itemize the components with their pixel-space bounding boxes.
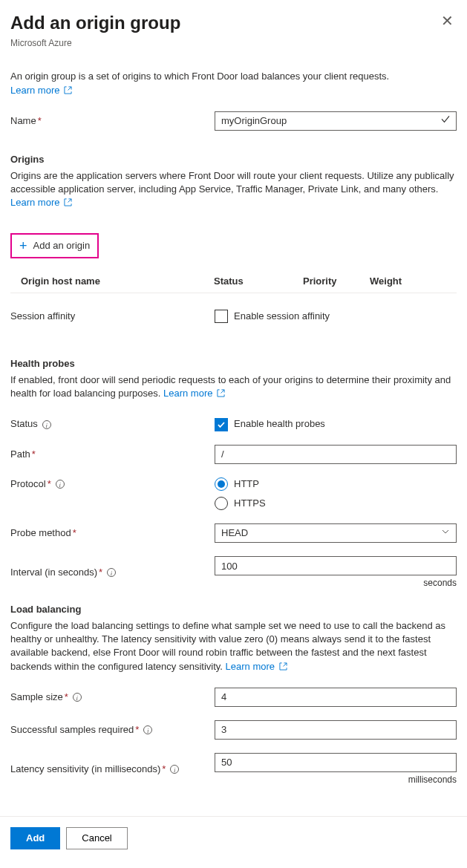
hp-method-label: Probe method — [10, 526, 71, 540]
origins-table: Origin host name Status Priority Weight — [10, 269, 457, 293]
radio-label: HTTP — [234, 477, 259, 491]
hp-path-input[interactable] — [215, 445, 457, 464]
health-probes-learn-more-link[interactable]: Learn more — [163, 388, 225, 399]
external-link-icon — [64, 85, 72, 98]
hp-status-checkbox-wrapper[interactable]: Enable health probes — [215, 417, 325, 431]
radio-icon — [215, 497, 228, 510]
health-probes-heading: Health probes — [10, 357, 457, 371]
hp-protocol-label: Protocol — [10, 477, 46, 491]
radio-label: HTTPS — [234, 497, 266, 510]
info-icon[interactable] — [170, 765, 179, 774]
hp-protocol-https-radio[interactable]: HTTPS — [215, 497, 457, 510]
hp-interval-label: Interval (in seconds) — [10, 566, 97, 579]
info-icon[interactable] — [73, 693, 82, 702]
required-star: * — [48, 477, 51, 491]
link-text: Learn more — [10, 85, 59, 96]
lb-sample-label: Sample size — [10, 691, 63, 704]
link-text: Learn more — [163, 388, 212, 399]
origins-learn-more-link[interactable]: Learn more — [10, 197, 72, 208]
select-value: HEAD — [221, 526, 248, 540]
lb-latency-label: Latency sensitivity (in milliseconds) — [10, 763, 160, 776]
link-text: Learn more — [10, 197, 59, 208]
hp-interval-unit: seconds — [215, 577, 457, 590]
panel-subtitle: Microsoft Azure — [10, 37, 180, 50]
add-button[interactable]: Add — [10, 827, 60, 849]
cancel-button[interactable]: Cancel — [66, 827, 127, 849]
hp-status-checkbox-label: Enable health probes — [234, 417, 325, 431]
close-icon[interactable]: ✕ — [438, 10, 457, 31]
required-star: * — [32, 448, 36, 461]
required-star: * — [135, 723, 139, 737]
col-status: Status — [214, 275, 303, 288]
col-weight: Weight — [370, 275, 457, 288]
required-star: * — [65, 691, 68, 704]
panel-title: Add an origin group — [10, 10, 180, 36]
required-star: * — [99, 566, 102, 579]
required-star: * — [73, 526, 76, 540]
add-origin-label: Add an origin — [33, 240, 91, 251]
col-origin-host-name: Origin host name — [21, 275, 214, 288]
hp-status-label: Status — [10, 417, 38, 431]
session-affinity-checkbox-label: Enable session affinity — [234, 310, 330, 323]
load-balancing-heading: Load balancing — [10, 603, 457, 616]
info-icon[interactable] — [42, 420, 51, 429]
radio-icon — [215, 477, 228, 491]
hp-protocol-http-radio[interactable]: HTTP — [215, 477, 457, 491]
lb-latency-input[interactable] — [215, 753, 457, 772]
name-label: Name — [10, 114, 36, 128]
required-star: * — [38, 114, 42, 128]
plus-icon: + — [19, 239, 27, 252]
info-icon[interactable] — [56, 480, 65, 489]
external-link-icon — [217, 388, 225, 401]
lb-success-label: Successful samples required — [10, 723, 134, 737]
link-text: Learn more — [226, 661, 275, 672]
lb-latency-unit: milliseconds — [215, 774, 457, 786]
info-icon[interactable] — [143, 725, 152, 734]
hp-method-select[interactable]: HEAD — [215, 523, 457, 543]
add-origin-button[interactable]: + Add an origin — [10, 233, 99, 258]
session-affinity-checkbox[interactable] — [215, 310, 228, 323]
intro-text: An origin group is a set of origins to w… — [10, 71, 389, 82]
chevron-down-icon — [441, 527, 450, 539]
name-input[interactable] — [215, 111, 457, 131]
hp-status-checkbox[interactable] — [215, 418, 228, 431]
origins-heading: Origins — [10, 153, 457, 166]
load-balancing-learn-more-link[interactable]: Learn more — [226, 661, 287, 672]
lb-success-input[interactable] — [215, 720, 457, 740]
hp-interval-input[interactable] — [215, 556, 457, 575]
origins-desc: Origins are the application servers wher… — [10, 170, 454, 195]
health-probes-desc: If enabled, front door will send periodi… — [10, 374, 451, 399]
session-affinity-label: Session affinity — [10, 310, 75, 322]
col-priority: Priority — [303, 275, 370, 288]
external-link-icon — [279, 661, 287, 674]
session-affinity-checkbox-wrapper[interactable]: Enable session affinity — [215, 310, 330, 323]
intro-learn-more-link[interactable]: Learn more — [10, 85, 72, 96]
required-star: * — [162, 763, 166, 776]
info-icon[interactable] — [107, 568, 116, 577]
external-link-icon — [64, 197, 72, 210]
hp-path-label: Path — [10, 448, 30, 461]
lb-sample-input[interactable] — [215, 688, 457, 707]
